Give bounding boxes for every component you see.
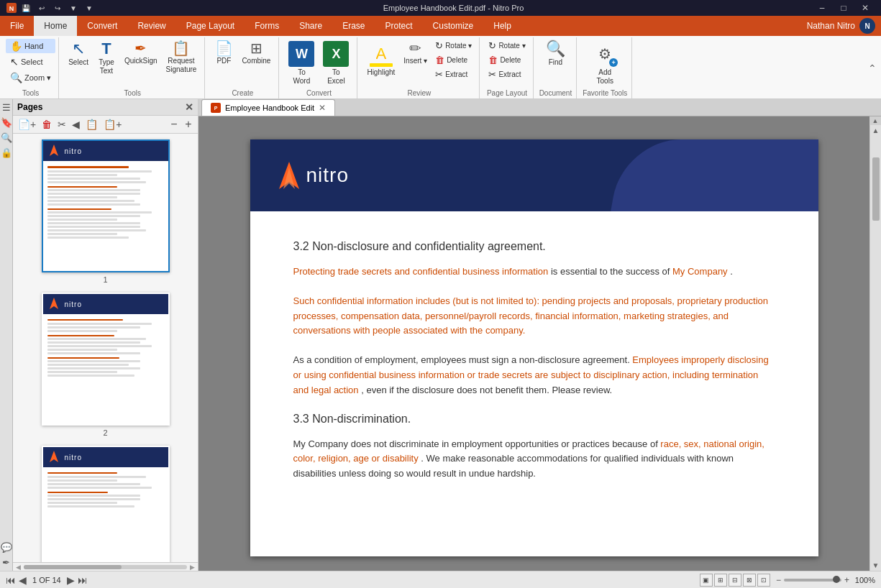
view-grid-btn[interactable]: ⊟ (729, 574, 741, 587)
convert-label: Convert (306, 88, 332, 97)
qa-extra-btn[interactable]: ▼ (83, 2, 95, 14)
nav-first-btn[interactable]: ⏮ (6, 574, 16, 586)
redo-quickbtn[interactable]: ↪ (52, 2, 63, 14)
pdf-icon: 📄 (215, 41, 233, 55)
rotate-pl-btn[interactable]: ↻ Rotate ▾ (485, 39, 528, 52)
panel-icon-search[interactable]: 🔍 (1, 132, 12, 143)
menu-home[interactable]: Home (34, 16, 77, 36)
scroll-thumb (872, 157, 880, 221)
combine-btn[interactable]: ⊞ Combine (238, 39, 274, 68)
pages-toolbar-add[interactable]: 📄+ (16, 118, 38, 131)
pages-toolbar-extract[interactable]: ✂ (55, 118, 68, 131)
close-button[interactable]: ✕ (855, 0, 875, 16)
menu-erase[interactable]: Erase (332, 16, 375, 36)
menu-help[interactable]: Help (483, 16, 521, 36)
scroll-down-arrow[interactable]: ▼ (871, 560, 881, 571)
menu-pagelayout[interactable]: Page Layout (176, 16, 245, 36)
pages-toolbar-delete[interactable]: 🗑 (40, 118, 54, 131)
pdf-btn[interactable]: 📄 PDF (211, 39, 237, 68)
tools-label: Tools (124, 88, 141, 97)
rotate-btn[interactable]: ↻ Rotate ▾ (432, 39, 475, 52)
doc-page: nitro 3.2 Non-disclosure and confidentia… (250, 139, 818, 556)
extract-pl-btn[interactable]: ✂ Extract (485, 68, 528, 81)
menu-share[interactable]: Share (289, 16, 332, 36)
doc-tab-icon: P (211, 103, 221, 113)
page-thumb-3[interactable]: nitro 3 (42, 446, 170, 562)
find-btn[interactable]: 🔍 Find (542, 39, 569, 69)
pages-scrollbar-h[interactable]: ◀ ▶ (13, 562, 198, 571)
add-tools-btn[interactable]: ⚙ + AddTools (588, 39, 621, 88)
ribbon-collapse-btn[interactable]: ⌃ (867, 37, 878, 98)
panel-icon-bookmarks[interactable]: 🔖 (1, 117, 12, 128)
doc-right-scrollbar[interactable]: ▲ ▼ (869, 125, 881, 571)
panel-icon-pages[interactable]: ☰ (2, 102, 11, 113)
to-word-btn[interactable]: W ToWord (285, 39, 318, 88)
panel-icon-signature[interactable]: ✒ (2, 557, 10, 568)
nav-prev-btn[interactable]: ◀ (19, 574, 27, 586)
zoom-out-btn[interactable]: − (776, 575, 781, 585)
to-excel-btn[interactable]: X ToExcel (319, 39, 352, 88)
hand-tool-btn[interactable]: ✋ Hand (6, 39, 55, 53)
pages-panel-close-btn[interactable]: ✕ (185, 101, 193, 113)
menu-protect[interactable]: Protect (375, 16, 423, 36)
pages-toolbar-copy[interactable]: 📋 (83, 118, 100, 131)
menu-customize[interactable]: Customize (423, 16, 484, 36)
pages-toolbar-move-left[interactable]: ◀ (70, 118, 82, 131)
zoom-slider[interactable] (784, 579, 841, 582)
save-quickbtn[interactable]: 💾 (20, 2, 32, 14)
delete-btn[interactable]: 🗑 Delete (432, 53, 475, 67)
highlight-btn[interactable]: A Highlight (363, 39, 398, 79)
maximize-button[interactable]: □ (834, 0, 854, 16)
pages-zoom-in[interactable]: + (182, 118, 195, 131)
minimize-button[interactable]: – (812, 0, 832, 16)
menu-file[interactable]: File (0, 16, 34, 36)
extract-btn[interactable]: ✂ Extract (432, 68, 475, 81)
type-text-btn[interactable]: T TypeText (93, 39, 119, 78)
request-sig-btn[interactable]: 📋 RequestSignature (163, 39, 201, 76)
select-tool-btn[interactable]: ↖ Select (6, 55, 55, 69)
quicksign-btn[interactable]: ✒ QuickSign (121, 39, 161, 68)
cursor-icon: ↖ (10, 56, 19, 68)
extract-pl-icon: ✂ (488, 69, 496, 80)
qa-dropdown-btn[interactable]: ▼ (68, 2, 79, 14)
nav-last-btn[interactable]: ⏭ (78, 574, 88, 586)
page-thumb-2[interactable]: nitro (42, 293, 170, 437)
menu-review[interactable]: Review (127, 16, 175, 36)
app-icon: N (6, 2, 17, 14)
menu-convert[interactable]: Convert (77, 16, 127, 36)
scroll-up-arrow[interactable]: ▲ (871, 125, 881, 136)
pages-scrollbar-track[interactable] (24, 565, 187, 569)
doc-tab-close-btn[interactable]: ✕ (319, 103, 326, 113)
scroll-top-btn[interactable]: ▲ (869, 116, 881, 125)
zoom-label: Zoom ▾ (24, 73, 51, 83)
doc-tab-1[interactable]: P Employee Handbook Edit ✕ (201, 99, 335, 116)
view-extra-btn[interactable]: ⊡ (757, 574, 770, 587)
page-layout-small-btns: ↻ Rotate ▾ 🗑 Delete ✂ Extract (432, 39, 475, 81)
panel-icon-comment[interactable]: 💬 (1, 542, 12, 553)
scroll-track[interactable] (872, 136, 880, 560)
view-double-btn[interactable]: ⊞ (714, 574, 727, 587)
insert-btn[interactable]: ✏ Insert ▾ (400, 39, 431, 68)
extract-icon: ✂ (435, 69, 443, 80)
tools-items: ↖ Select T TypeText ✒ QuickSign 📋 Reques… (65, 39, 200, 88)
select-btn[interactable]: ↖ Select (65, 39, 92, 69)
delete-pl-btn[interactable]: 🗑 Delete (485, 53, 528, 67)
nav-next-btn[interactable]: ▶ (67, 574, 75, 586)
user-avatar[interactable]: N (859, 18, 875, 34)
section-heading-2: 3.3 Non-discrimination. (293, 413, 775, 426)
panel-icon-security[interactable]: 🔒 (1, 147, 12, 158)
svg-text:P: P (214, 106, 218, 111)
create-label: Create (232, 88, 253, 97)
doc-scroll-area[interactable]: nitro 3.2 Non-disclosure and confidentia… (198, 125, 869, 571)
pages-zoom-out[interactable]: − (168, 118, 181, 131)
page-thumb-1[interactable]: nitro (42, 139, 170, 284)
zoom-tool-btn[interactable]: 🔍 Zoom ▾ (6, 70, 55, 85)
pages-zoom-controls: − + (168, 118, 195, 131)
pages-toolbar-paste[interactable]: 📋+ (101, 118, 124, 131)
view-single-btn[interactable]: ▣ (700, 574, 713, 587)
view-full-btn[interactable]: ⊠ (743, 574, 756, 587)
menu-forms[interactable]: Forms (245, 16, 289, 36)
zoom-in-btn[interactable]: + (844, 575, 849, 585)
undo-quickbtn[interactable]: ↩ (36, 2, 47, 14)
nitro-flame-icon (279, 162, 299, 189)
